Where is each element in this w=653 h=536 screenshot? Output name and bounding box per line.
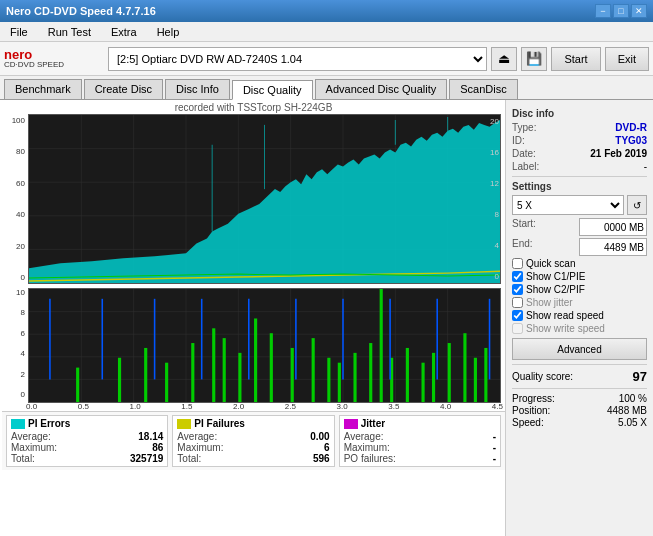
- quality-score-row: Quality score: 97: [512, 369, 647, 384]
- tab-scan-disc[interactable]: ScanDisc: [449, 79, 517, 99]
- legend-jitter-title: Jitter: [344, 418, 496, 429]
- y-left-0: 0: [5, 273, 25, 282]
- x-0.0: 0.0: [26, 402, 37, 411]
- jitter-color-box: [344, 419, 358, 429]
- tab-benchmark[interactable]: Benchmark: [4, 79, 82, 99]
- end-mb-row: End:: [512, 238, 647, 256]
- y2-left-10: 10: [5, 288, 25, 297]
- tab-create-disc[interactable]: Create Disc: [84, 79, 163, 99]
- end-input[interactable]: [579, 238, 647, 256]
- svg-rect-51: [463, 333, 466, 402]
- speed-row: Speed: 5.05 X: [512, 417, 647, 428]
- show-write-speed-checkbox[interactable]: [512, 323, 523, 334]
- advanced-button[interactable]: Advanced: [512, 338, 647, 360]
- svg-rect-45: [380, 289, 383, 402]
- y2-left-2: 2: [5, 370, 25, 379]
- svg-rect-33: [191, 343, 194, 402]
- y-right-12: 12: [479, 179, 499, 188]
- show-c2-row: Show C2/PIF: [512, 284, 647, 295]
- speed-select[interactable]: 5 X: [512, 195, 624, 215]
- tab-disc-quality[interactable]: Disc Quality: [232, 80, 313, 100]
- title-bar: Nero CD-DVD Speed 4.7.7.16 − □ ✕: [0, 0, 653, 22]
- start-input[interactable]: [579, 218, 647, 236]
- y-left-20: 20: [5, 242, 25, 251]
- disc-label-row: Label: -: [512, 161, 647, 172]
- tab-advanced-disc-quality[interactable]: Advanced Disc Quality: [315, 79, 448, 99]
- pie-total-row: Total: 325719: [11, 453, 163, 464]
- show-c2-pif-checkbox[interactable]: [512, 284, 523, 295]
- svg-rect-32: [165, 363, 168, 402]
- legend-pi-failures: PI Failures Average: 0.00 Maximum: 6 Tot…: [172, 415, 334, 467]
- refresh-button[interactable]: ↺: [627, 195, 647, 215]
- close-button[interactable]: ✕: [631, 4, 647, 18]
- y-left-80: 80: [5, 147, 25, 156]
- disc-id-row: ID: TYG03: [512, 135, 647, 146]
- tab-disc-info[interactable]: Disc Info: [165, 79, 230, 99]
- show-jitter-row: Show jitter: [512, 297, 647, 308]
- lower-chart: [28, 288, 501, 403]
- main-content: recorded with TSSTcorp SH-224GB 100 80 6…: [0, 100, 653, 536]
- show-read-speed-row: Show read speed: [512, 310, 647, 321]
- drive-select[interactable]: [2:5] Optiarc DVD RW AD-7240S 1.04: [108, 47, 487, 71]
- progress-row: Progress: 100 %: [512, 393, 647, 404]
- y2-left-8: 8: [5, 308, 25, 317]
- y-right-4: 4: [479, 241, 499, 250]
- lower-chart-svg: [29, 289, 500, 402]
- svg-rect-35: [223, 338, 226, 402]
- x-2.0: 2.0: [233, 402, 244, 411]
- menu-extra[interactable]: Extra: [105, 24, 143, 40]
- disc-info-title: Disc info: [512, 108, 647, 119]
- speed-setting-row: 5 X ↺: [512, 195, 647, 215]
- y-right-20: 20: [479, 117, 499, 126]
- logo: nero CD·DVD SPEED: [4, 48, 104, 69]
- svg-rect-47: [406, 348, 409, 402]
- maximize-button[interactable]: □: [613, 4, 629, 18]
- app-title: Nero CD-DVD Speed 4.7.7.16: [6, 5, 156, 17]
- y-right-0b: 0: [479, 272, 499, 281]
- svg-rect-31: [144, 348, 147, 402]
- svg-rect-36: [238, 353, 241, 402]
- menu-run-test[interactable]: Run Test: [42, 24, 97, 40]
- show-c1-row: Show C1/PIE: [512, 271, 647, 282]
- menu-help[interactable]: Help: [151, 24, 186, 40]
- svg-rect-38: [270, 333, 273, 402]
- x-4.5: 4.5: [492, 402, 503, 411]
- quick-scan-row: Quick scan: [512, 258, 647, 269]
- svg-rect-30: [118, 358, 121, 402]
- svg-rect-37: [254, 318, 257, 402]
- pie-average-row: Average: 18.14: [11, 431, 163, 442]
- menu-file[interactable]: File: [4, 24, 34, 40]
- quick-scan-checkbox[interactable]: [512, 258, 523, 269]
- pie-max-row: Maximum: 86: [11, 442, 163, 453]
- svg-rect-34: [212, 328, 215, 402]
- start-button[interactable]: Start: [551, 47, 600, 71]
- chart-area: recorded with TSSTcorp SH-224GB 100 80 6…: [0, 100, 505, 536]
- upper-chart-svg: [29, 115, 500, 283]
- svg-rect-40: [312, 338, 315, 402]
- pif-average-row: Average: 0.00: [177, 431, 329, 442]
- svg-rect-49: [432, 353, 435, 402]
- save-button[interactable]: 💾: [521, 47, 547, 71]
- show-write-speed-row: Show write speed: [512, 323, 647, 334]
- x-3.0: 3.0: [337, 402, 348, 411]
- show-jitter-checkbox[interactable]: [512, 297, 523, 308]
- exit-button[interactable]: Exit: [605, 47, 649, 71]
- show-read-speed-checkbox[interactable]: [512, 310, 523, 321]
- legend-jitter: Jitter Average: - Maximum: - PO failures…: [339, 415, 501, 467]
- disc-date-row: Date: 21 Feb 2019: [512, 148, 647, 159]
- divider-3: [512, 388, 647, 389]
- jitter-max-row: Maximum: -: [344, 442, 496, 453]
- minimize-button[interactable]: −: [595, 4, 611, 18]
- svg-rect-50: [448, 343, 451, 402]
- y-right-8: 8: [479, 210, 499, 219]
- svg-rect-43: [353, 353, 356, 402]
- window-controls: − □ ✕: [595, 4, 647, 18]
- pif-color-box: [177, 419, 191, 429]
- position-row: Position: 4488 MB: [512, 405, 647, 416]
- eject-button[interactable]: ⏏: [491, 47, 517, 71]
- svg-rect-42: [338, 363, 341, 402]
- divider-1: [512, 176, 647, 177]
- show-c1-pie-checkbox[interactable]: [512, 271, 523, 282]
- x-4.0: 4.0: [440, 402, 451, 411]
- menu-bar: File Run Test Extra Help: [0, 22, 653, 42]
